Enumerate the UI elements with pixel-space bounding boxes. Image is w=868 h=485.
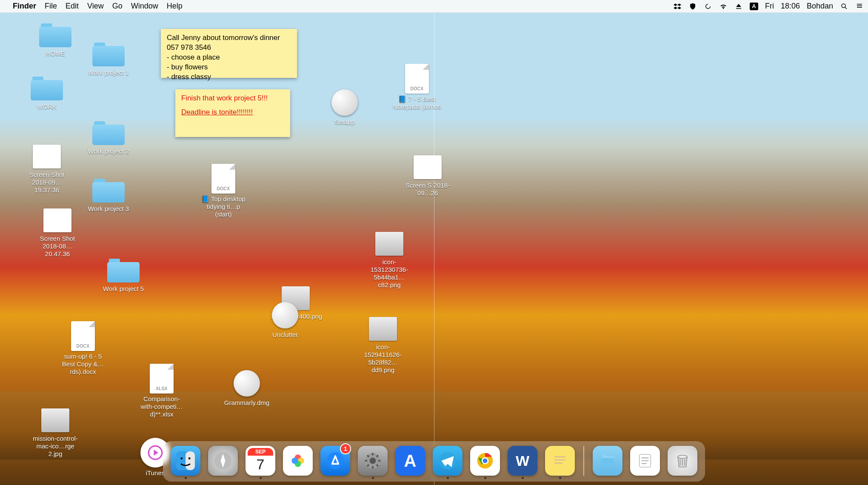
menu-edit[interactable]: Edit bbox=[66, 2, 79, 11]
running-indicator bbox=[372, 477, 374, 479]
dock-chrome[interactable] bbox=[468, 446, 502, 479]
file-label: 📘 Top desktop tidying ti…p (start) bbox=[198, 195, 249, 218]
folder-work project 3[interactable]: Work project 3 bbox=[83, 179, 134, 213]
document-file[interactable]: 📘 7 - 5 Best Notepads (almos bbox=[391, 64, 443, 111]
running-indicator bbox=[185, 477, 187, 479]
documents-icon bbox=[630, 446, 660, 476]
menu-help[interactable]: Help bbox=[167, 2, 183, 11]
screenshot-file[interactable]: Screen Shot 2018-08…20.47.36 bbox=[32, 208, 83, 258]
dock-documents[interactable] bbox=[628, 446, 662, 479]
dock: SEP71AW bbox=[163, 441, 705, 482]
svg-point-14 bbox=[370, 458, 376, 464]
folder-label: Work project 2 bbox=[83, 148, 134, 155]
menu-go[interactable]: Go bbox=[112, 2, 123, 11]
folder-work project 2[interactable]: Work project 2 bbox=[83, 121, 134, 155]
dock-photos[interactable] bbox=[281, 446, 314, 479]
dock-downloads[interactable] bbox=[591, 446, 624, 479]
menu-view[interactable]: View bbox=[87, 2, 104, 11]
dock-word[interactable]: W bbox=[506, 446, 539, 479]
sticky-note-2[interactable]: Finish that work project 5!!! Deadline i… bbox=[175, 89, 290, 137]
photos-icon bbox=[283, 446, 313, 476]
image-file[interactable]: icon-1529411626-5b28f82…dd9.png bbox=[357, 317, 408, 374]
app-icon bbox=[234, 370, 260, 397]
file-label: sum-up! 6 - 5 Best Copy &…rds).docx bbox=[57, 353, 108, 376]
folder-home[interactable]: HOME bbox=[30, 23, 81, 57]
folder-icon bbox=[107, 259, 140, 282]
document-file[interactable]: sum-up! 6 - 5 Best Copy &…rds).docx bbox=[57, 321, 108, 376]
app-label: Unclutter bbox=[260, 331, 311, 339]
dock-stickies[interactable] bbox=[543, 446, 577, 479]
dock-trash[interactable] bbox=[666, 446, 699, 479]
running-indicator bbox=[447, 477, 449, 479]
sticky-note-1[interactable]: Call Jenny about tomorrow's dinner 057 9… bbox=[161, 29, 297, 78]
notification-center-icon[interactable] bbox=[855, 2, 864, 11]
file-label: 📘 7 - 5 Best Notepads (almos bbox=[391, 95, 443, 111]
spotlight-icon[interactable] bbox=[840, 2, 848, 11]
dock-telegram[interactable] bbox=[431, 446, 464, 479]
eject-icon[interactable] bbox=[734, 2, 743, 11]
shield-icon[interactable] bbox=[688, 2, 697, 11]
folder-work project 1[interactable]: Work project 1 bbox=[83, 43, 134, 77]
document-file[interactable]: Comparison-with-competi…d)**.xlsx bbox=[136, 364, 187, 418]
clock-day[interactable]: Fri bbox=[765, 2, 774, 11]
sticky-line: Deadline is tonite!!!!!!!! bbox=[181, 108, 284, 117]
dock-blueA[interactable]: A bbox=[394, 446, 427, 479]
badge: 1 bbox=[341, 444, 350, 454]
folder-icon bbox=[92, 179, 125, 203]
svg-point-0 bbox=[842, 4, 845, 8]
sync-icon[interactable] bbox=[704, 2, 712, 11]
app-label: Setapp bbox=[319, 118, 370, 126]
menu-file[interactable]: File bbox=[45, 2, 57, 11]
dock-prefs[interactable] bbox=[356, 446, 389, 479]
wifi-icon[interactable] bbox=[719, 2, 728, 11]
user-name[interactable]: Bohdan bbox=[807, 2, 833, 11]
file-label: Screen Shot 2018-09…19.37.36 bbox=[21, 171, 72, 194]
document-icon bbox=[150, 364, 174, 394]
document-file[interactable]: 📘 Top desktop tidying ti…p (start) bbox=[198, 164, 249, 218]
clock-time[interactable]: 18:06 bbox=[781, 2, 800, 11]
file-label: Screen Shot 2018-08…20.47.36 bbox=[32, 235, 83, 258]
folder-icon bbox=[92, 121, 125, 145]
folder-icon bbox=[92, 43, 125, 66]
svg-point-11 bbox=[291, 458, 298, 464]
image-icon bbox=[369, 317, 397, 341]
svg-rect-20 bbox=[553, 454, 567, 468]
running-indicator bbox=[522, 477, 524, 479]
dock-separator bbox=[583, 446, 584, 476]
folder-label: WORK bbox=[21, 103, 72, 111]
folder-work project 5[interactable]: Work project 5 bbox=[98, 259, 149, 293]
folder-icon bbox=[39, 23, 71, 47]
file-label: icon-1529411626-5b28f82…dd9.png bbox=[357, 343, 408, 374]
folder-label: Work project 1 bbox=[83, 69, 134, 77]
screenshot-file[interactable]: Screen Shot 2018-09…19.37.36 bbox=[21, 145, 72, 194]
launchpad-icon bbox=[208, 446, 238, 476]
app-grammarly-dmg[interactable]: Grammarly.dmg bbox=[221, 370, 272, 407]
folder-label: HOME bbox=[30, 50, 81, 57]
screenshot-icon bbox=[414, 155, 442, 179]
dropbox-icon[interactable] bbox=[673, 2, 682, 11]
app-unclutter[interactable]: Unclutter bbox=[260, 302, 311, 339]
dock-appstore[interactable]: 1 bbox=[319, 446, 352, 479]
finder-icon bbox=[171, 446, 200, 476]
menu-window[interactable]: Window bbox=[131, 2, 158, 11]
dock-calendar[interactable]: SEP7 bbox=[244, 446, 277, 479]
dock-launchpad[interactable] bbox=[206, 446, 240, 479]
svg-point-22 bbox=[678, 455, 687, 458]
image-file[interactable]: mission-control-mac-ico…rge 2.jpg bbox=[30, 408, 81, 458]
sticky-line: 057 978 3546 bbox=[167, 43, 291, 53]
app-menu[interactable]: Finder bbox=[13, 2, 36, 11]
app-setapp[interactable]: Setapp bbox=[319, 89, 370, 126]
screenshot-icon bbox=[43, 208, 71, 232]
screenshot-file[interactable]: Screen S 2018-09…26 bbox=[402, 155, 453, 197]
sticky-line: Finish that work project 5!!! bbox=[181, 94, 284, 103]
folder-label: Work project 5 bbox=[98, 285, 149, 293]
image-file[interactable]: icon-1531230736-5b44ba1…c82.png bbox=[364, 232, 415, 289]
input-source[interactable]: A bbox=[750, 3, 758, 10]
running-indicator bbox=[484, 477, 486, 479]
document-icon bbox=[211, 164, 235, 194]
dock-finder[interactable] bbox=[169, 446, 202, 479]
image-icon bbox=[375, 232, 403, 256]
folder-work[interactable]: WORK bbox=[21, 77, 72, 111]
telegram-icon bbox=[433, 446, 463, 476]
image-icon bbox=[41, 408, 69, 432]
